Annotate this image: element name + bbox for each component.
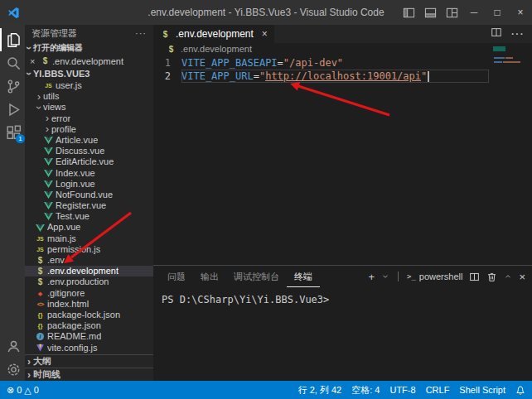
sidebar-more-actions-icon[interactable]: ··· [135,28,147,38]
tree-item-README.md[interactable]: iREADME.md [25,331,153,342]
file-name: views [43,102,66,113]
terminal-instance-item[interactable]: >_ powershell [407,272,462,281]
run-debug-icon[interactable] [0,98,25,121]
js-icon: JS [43,80,54,91]
project-root-header[interactable]: › YI.BBS.VUE3 [25,67,153,80]
customize-layout-icon[interactable] [441,0,462,25]
close-panel-icon[interactable]: × [519,271,525,283]
toggle-sidebar-icon[interactable] [398,0,419,25]
tree-item-index.html[interactable]: <>index.html [25,299,153,310]
split-terminal-icon[interactable] [469,272,480,282]
file-name: utils [43,91,60,102]
maximize-button[interactable]: □ [486,0,509,25]
indentation-status[interactable]: 空格: 4 [351,384,380,397]
panel-tab-输出[interactable]: 输出 [193,266,226,287]
tree-item-permission.js[interactable]: JSpermission.js [25,244,153,255]
error-icon: ⊗ [7,385,14,396]
tree-item-vite.config.js[interactable]: vite.config.js [25,343,153,353]
tree-item-Login.vue[interactable]: Login.vue [25,179,153,190]
maximize-panel-icon[interactable] [504,272,512,281]
close-window-button[interactable]: × [509,0,532,25]
tree-item-main.js[interactable]: JSmain.js [25,233,153,244]
cursor-position-status[interactable]: 行 2, 列 42 [298,384,342,397]
tree-item-profile[interactable]: ›profile [25,124,153,135]
new-terminal-icon[interactable]: + [368,271,375,283]
code-token: VITE_APP_BASEAPI [181,57,278,69]
tree-item-Register.vue[interactable]: Register.vue [25,200,153,211]
minimap[interactable] [492,55,532,265]
search-icon[interactable] [0,51,25,75]
tree-item-.env[interactable]: $.env [25,255,153,266]
file-name: Login.vue [56,179,95,190]
language-mode-status[interactable]: Shell Script [459,385,505,395]
warning-count: 0 [34,385,39,395]
js-icon: JS [35,244,46,255]
tree-item-App.vue[interactable]: App.vue [25,222,153,233]
split-editor-icon[interactable] [491,26,502,41]
open-editors-header[interactable]: › 打开的编辑器 [25,41,153,55]
kill-terminal-icon[interactable] [486,272,497,282]
tree-item-Article.vue[interactable]: Article.vue [25,135,153,146]
toggle-panel-icon[interactable] [419,0,441,25]
tree-item-.gitignore[interactable]: ◆.gitignore [25,288,153,299]
file-name: user.js [56,80,82,91]
notifications-bell-icon[interactable] [515,385,525,396]
source-control-icon[interactable] [0,75,25,98]
breadcrumb-file-label: .env.development [181,44,252,54]
open-editors-label: 打开的编辑器 [33,42,83,54]
tab-env-development[interactable]: $ .env.development × [153,25,274,43]
open-editor-item[interactable]: × $ .env.development [25,55,153,67]
tree-item-Index.vue[interactable]: Index.vue [25,168,153,179]
terminal-icon: >_ [407,272,416,281]
panel-tab-终端[interactable]: 终端 [287,266,320,287]
tree-item-Discuss.vue[interactable]: Discuss.vue [25,146,153,156]
eol-status[interactable]: CRLF [426,385,450,395]
vue-icon [43,202,54,209]
error-count: 0 [17,385,22,395]
editor-more-actions-icon[interactable]: ··· [510,26,524,41]
extensions-badge: 1 [16,134,25,143]
outline-section-header[interactable]: › 大纲 [25,354,153,368]
chevron-right-icon: › [43,113,51,123]
minimize-button[interactable]: ─ [462,0,486,25]
close-editor-icon[interactable]: × [30,56,40,66]
tree-item-.env.development[interactable]: $.env.development [25,266,153,276]
tree-item-views[interactable]: ›views [25,102,153,113]
settings-gear-icon[interactable] [0,358,25,381]
text-cursor [428,71,429,82]
panel-tab-问题[interactable]: 问题 [160,266,193,287]
tree-item-package-lock.json[interactable]: {}package-lock.json [25,310,153,320]
close-tab-icon[interactable]: × [262,28,268,40]
editor-code-area[interactable]: 1VITE_APP_BASEAPI="/api-dev"2VITE_APP_UR… [153,55,532,265]
breadcrumb[interactable]: $ .env.development [153,43,532,55]
status-bar: ⊗ 0 △ 0 行 2, 列 42 空格: 4 UTF-8 CRLF Shell… [0,381,532,399]
open-editor-label: .env.development [52,56,123,66]
code-token: http://localhost:19001/api [265,70,421,82]
tree-item-.env.production[interactable]: $.env.production [25,276,153,287]
extensions-icon[interactable]: 1 [0,121,25,144]
tree-item-user.js[interactable]: JSuser.js [25,80,153,91]
code-line-1[interactable]: 1VITE_APP_BASEAPI="/api-dev" [153,56,532,70]
tree-item-error[interactable]: ›error [25,113,153,124]
file-name: EditArticle.vue [56,156,114,167]
line-number: 1 [153,56,181,70]
code-lines: 1VITE_APP_BASEAPI="/api-dev"2VITE_APP_UR… [153,56,532,83]
encoding-status[interactable]: UTF-8 [389,385,415,395]
tree-item-package.json[interactable]: {}package.json [25,320,153,331]
terminal-content[interactable]: PS D:\CSharp\Yi\Yi.BBS.Vue3> [153,287,532,381]
tree-item-NotFound.vue[interactable]: NotFound.vue [25,190,153,200]
file-name: App.vue [47,222,80,233]
vscode-logo-icon [7,7,20,19]
account-icon[interactable] [0,334,25,358]
tree-item-utils[interactable]: ›utils [25,91,153,102]
vue-icon [43,180,54,188]
timeline-section-header[interactable]: › 时间线 [25,368,153,381]
terminal-dropdown-icon[interactable] [381,272,389,281]
problems-status[interactable]: ⊗ 0 △ 0 [7,385,39,396]
panel-tab-调试控制台[interactable]: 调试控制台 [226,266,287,287]
tree-item-Test.vue[interactable]: Test.vue [25,211,153,222]
explorer-icon[interactable] [0,28,25,51]
editor-group: $ .env.development × ··· $ .env.developm… [153,25,532,381]
tree-item-EditArticle.vue[interactable]: EditArticle.vue [25,156,153,167]
code-line-2[interactable]: 2VITE_APP_URL="http://localhost:19001/ap… [153,70,532,83]
